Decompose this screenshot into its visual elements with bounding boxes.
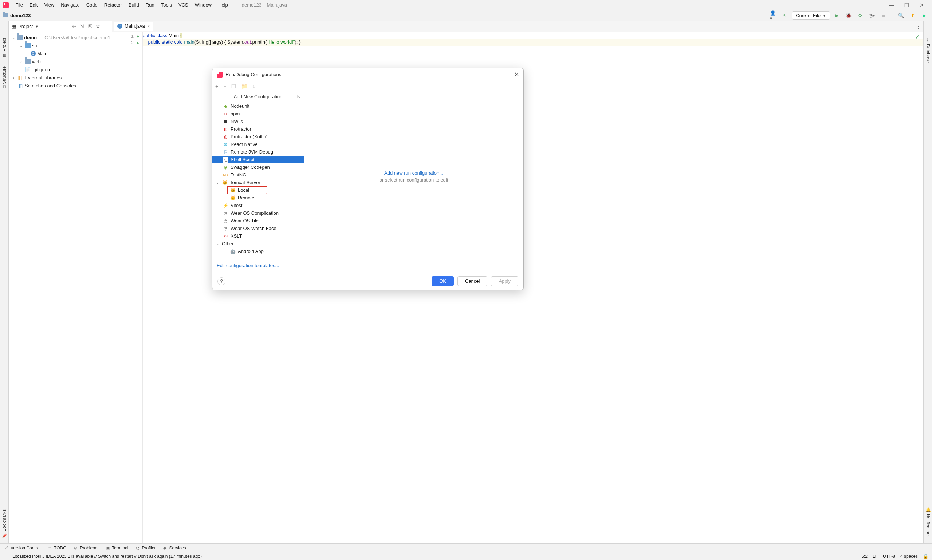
cfg-npm[interactable]: nnpm — [212, 110, 304, 117]
tool-version-control[interactable]: ⎇Version Control — [4, 545, 40, 551]
chevron-down-icon[interactable]: ⌄ — [19, 44, 23, 48]
cfg-nodeunit[interactable]: ◆Nodeunit — [212, 102, 304, 110]
chevron-right-icon[interactable]: › — [19, 60, 23, 64]
menu-run[interactable]: Run — [143, 2, 157, 8]
menu-refactor[interactable]: Refactor — [101, 2, 125, 8]
add-new-run-link[interactable]: Add new run configuration... — [384, 170, 443, 176]
menu-help[interactable]: Help — [215, 2, 231, 8]
line-separator[interactable]: LF — [873, 554, 878, 559]
user-icon[interactable]: 👤▾ — [770, 12, 776, 19]
tool-problems[interactable]: ⊘Problems — [73, 545, 99, 551]
menu-view[interactable]: View — [41, 2, 57, 8]
caret-position[interactable]: 5:2 — [861, 554, 867, 559]
cfg-android[interactable]: 🤖Android App — [212, 248, 304, 255]
cfg-tomcat[interactable]: ⌄🐱Tomcat Server — [212, 178, 304, 186]
run-gutter-icon[interactable]: ▶ — [137, 41, 139, 45]
ok-button[interactable]: OK — [432, 276, 454, 286]
cfg-react-native[interactable]: ❋React Native — [212, 140, 304, 148]
file-encoding[interactable]: UTF-8 — [883, 554, 895, 559]
tool-terminal[interactable]: ▣Terminal — [105, 545, 128, 551]
cfg-vitest[interactable]: ⚡Vitest — [212, 202, 304, 209]
tree-scratches[interactable]: ◧ Scratches and Consoles — [9, 82, 112, 89]
expand-all-icon[interactable]: ⇲ — [79, 24, 85, 29]
close-icon[interactable]: × — [147, 23, 150, 29]
menu-edit[interactable]: Edit — [26, 2, 40, 8]
tool-window-icon[interactable] — [4, 555, 7, 558]
tree-main-class[interactable]: C Main — [9, 49, 112, 57]
collapse-icon[interactable]: ⇱ — [297, 94, 301, 99]
cfg-nwjs[interactable]: ⬢NW.js — [212, 117, 304, 125]
ide-icon[interactable]: ▶ — [921, 12, 927, 19]
breadcrumb[interactable]: demo123 — [10, 13, 31, 18]
edit-templates-link[interactable]: Edit configuration templates... — [217, 263, 279, 268]
tool-bookmarks[interactable]: 🔖Bookmarks — [2, 507, 7, 540]
indent-info[interactable]: 4 spaces — [900, 554, 918, 559]
cfg-other[interactable]: ⌄Other — [212, 240, 304, 248]
cfg-wear-tile[interactable]: ◔Wear OS Tile — [212, 217, 304, 225]
tool-project[interactable]: ▦Project — [2, 35, 7, 60]
menu-build[interactable]: Build — [126, 2, 142, 8]
chevron-right-icon[interactable]: › — [12, 76, 16, 80]
search-icon[interactable]: 🔍 — [898, 12, 904, 19]
menu-navigate[interactable]: Navigate — [58, 2, 82, 8]
profiler-icon[interactable]: ◔▾ — [869, 12, 875, 19]
tree-web[interactable]: › web — [9, 57, 112, 66]
hide-icon[interactable]: — — [103, 24, 109, 29]
run-config-selector[interactable]: Current File ▼ — [792, 11, 830, 20]
tree-root[interactable]: ⌄ demo123 C:\Users\a\IdeaProjects\demo1 — [9, 34, 112, 42]
cfg-tomcat-local[interactable]: 🐱Local — [212, 186, 304, 194]
cfg-testng[interactable]: NGTestNG — [212, 171, 304, 178]
stop-icon[interactable]: ■ — [880, 12, 887, 19]
help-button[interactable]: ? — [218, 277, 225, 285]
cfg-wear-watch[interactable]: ◔Wear OS Watch Face — [212, 225, 304, 232]
status-message[interactable]: Localized IntelliJ IDEA 2023.1 is availa… — [12, 554, 202, 559]
collapse-all-icon[interactable]: ⇱ — [87, 24, 93, 29]
menu-window[interactable]: Window — [192, 2, 214, 8]
cancel-button[interactable]: Cancel — [457, 276, 487, 286]
dialog-close-icon[interactable]: ✕ — [514, 71, 519, 78]
tool-todo[interactable]: ≡TODO — [47, 545, 66, 551]
debug-icon[interactable]: 🐞 — [845, 12, 852, 19]
tool-structure[interactable]: ⌸Structure — [2, 64, 7, 90]
cfg-xslt[interactable]: XSXSLT — [212, 232, 304, 240]
run-gutter-icon[interactable]: ▶ — [137, 34, 139, 38]
tree-src[interactable]: ⌄ src — [9, 42, 112, 49]
cfg-shell-script[interactable]: >_Shell Script — [212, 156, 304, 163]
coverage-icon[interactable]: ⟳ — [857, 12, 864, 19]
chevron-down-icon[interactable]: ⌄ — [12, 35, 15, 40]
caret-down-icon[interactable]: ▼ — [35, 25, 38, 28]
config-type-list[interactable]: ◆Nodeunit nnpm ⬢NW.js ◐Protractor ◐Protr… — [212, 102, 304, 259]
project-tree[interactable]: ⌄ demo123 C:\Users\a\IdeaProjects\demo1 … — [9, 32, 112, 91]
tree-gitignore[interactable]: 📄 .gitignore — [9, 66, 112, 74]
cfg-protractor-kotlin[interactable]: ◐Protractor (Kotlin) — [212, 133, 304, 140]
update-icon[interactable]: ⬆ — [909, 12, 916, 19]
cfg-tomcat-remote[interactable]: 🐱Remote — [212, 194, 304, 202]
menu-vcs[interactable]: VCS — [176, 2, 191, 8]
inspection-ok-icon[interactable]: ✔ — [915, 34, 920, 40]
cfg-wear-complication[interactable]: ◔Wear OS Complication — [212, 209, 304, 217]
tool-services[interactable]: ◆Services — [162, 545, 186, 551]
tool-profiler[interactable]: ◔Profiler — [135, 545, 156, 551]
close-button[interactable]: ✕ — [915, 2, 929, 8]
maximize-button[interactable]: ❐ — [899, 2, 914, 8]
dialog-titlebar[interactable]: Run/Debug Configurations ✕ — [212, 68, 523, 81]
add-icon[interactable]: + — [215, 83, 218, 89]
cfg-protractor[interactable]: ◐Protractor — [212, 125, 304, 133]
tool-notifications[interactable]: 🔔Notifications — [926, 505, 930, 540]
menu-tools[interactable]: Tools — [158, 2, 175, 8]
back-arrow-icon[interactable]: ↖ — [782, 12, 788, 19]
settings-icon[interactable]: ⚙ — [95, 24, 101, 29]
menu-file[interactable]: File — [12, 2, 26, 8]
tree-external-libs[interactable]: › ‖‖ External Libraries — [9, 74, 112, 82]
minimize-button[interactable]: — — [884, 2, 898, 8]
readonly-icon[interactable]: 🔓 — [923, 554, 928, 559]
cfg-swagger[interactable]: ◉Swagger Codegen — [212, 163, 304, 171]
editor-tab-main[interactable]: C Main.java × — [114, 22, 153, 31]
cfg-remote-jvm[interactable]: ⎘Remote JVM Debug — [212, 148, 304, 156]
menu-code[interactable]: Code — [83, 2, 100, 8]
run-icon[interactable]: ▶ — [834, 12, 840, 19]
tab-menu-icon[interactable]: ⋮ — [915, 24, 921, 29]
select-opened-icon[interactable]: ⊕ — [71, 24, 77, 29]
project-view-title[interactable]: Project — [18, 24, 33, 29]
tool-database[interactable]: 🗄Database — [926, 35, 930, 65]
